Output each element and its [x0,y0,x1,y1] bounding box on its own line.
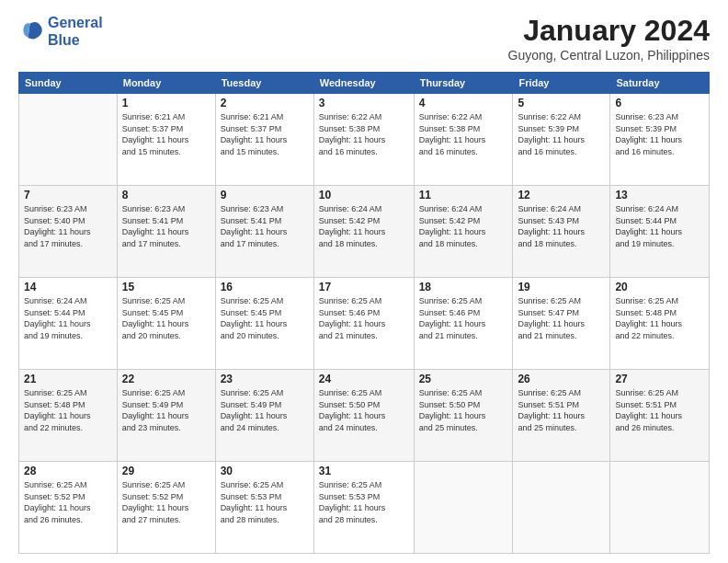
calendar-cell: 29Sunrise: 6:25 AM Sunset: 5:52 PM Dayli… [117,462,215,554]
day-number: 6 [615,97,704,109]
logo-icon [18,18,44,44]
calendar-cell [19,94,118,186]
day-info: Sunrise: 6:22 AM Sunset: 5:38 PM Dayligh… [319,111,409,157]
calendar-cell: 20Sunrise: 6:25 AM Sunset: 5:48 PM Dayli… [610,278,710,370]
day-info: Sunrise: 6:24 AM Sunset: 5:44 PM Dayligh… [615,203,704,249]
calendar-cell: 6Sunrise: 6:23 AM Sunset: 5:39 PM Daylig… [610,94,710,186]
day-number: 9 [221,189,309,201]
calendar-cell: 3Sunrise: 6:22 AM Sunset: 5:38 PM Daylig… [313,94,414,186]
calendar-week-row: 28Sunrise: 6:25 AM Sunset: 5:52 PM Dayli… [19,462,710,554]
col-tuesday: Tuesday [215,73,313,94]
calendar-cell: 17Sunrise: 6:25 AM Sunset: 5:46 PM Dayli… [313,278,414,370]
logo-text: General Blue [48,14,103,49]
calendar-week-row: 21Sunrise: 6:25 AM Sunset: 5:48 PM Dayli… [19,370,710,462]
calendar-cell: 15Sunrise: 6:25 AM Sunset: 5:45 PM Dayli… [117,278,215,370]
day-number: 5 [518,97,605,109]
calendar-header-row: Sunday Monday Tuesday Wednesday Thursday… [19,73,710,94]
day-number: 14 [24,281,112,293]
calendar-cell: 25Sunrise: 6:25 AM Sunset: 5:50 PM Dayli… [414,370,513,462]
calendar-cell: 31Sunrise: 6:25 AM Sunset: 5:53 PM Dayli… [313,462,414,554]
logo: General Blue [18,14,103,49]
day-info: Sunrise: 6:22 AM Sunset: 5:38 PM Dayligh… [419,111,508,157]
day-info: Sunrise: 6:25 AM Sunset: 5:46 PM Dayligh… [319,295,409,341]
day-info: Sunrise: 6:25 AM Sunset: 5:45 PM Dayligh… [221,295,309,341]
day-number: 4 [419,97,508,109]
day-number: 24 [319,373,409,385]
day-info: Sunrise: 6:23 AM Sunset: 5:39 PM Dayligh… [615,111,704,157]
calendar-cell: 7Sunrise: 6:23 AM Sunset: 5:40 PM Daylig… [19,186,118,278]
calendar-week-row: 1Sunrise: 6:21 AM Sunset: 5:37 PM Daylig… [19,94,710,186]
day-info: Sunrise: 6:23 AM Sunset: 5:41 PM Dayligh… [122,203,210,249]
calendar-week-row: 7Sunrise: 6:23 AM Sunset: 5:40 PM Daylig… [19,186,710,278]
day-number: 20 [615,281,704,293]
col-saturday: Saturday [610,73,710,94]
day-info: Sunrise: 6:25 AM Sunset: 5:48 PM Dayligh… [24,387,112,433]
header: General Blue January 2024 Guyong, Centra… [18,14,710,63]
calendar-table: Sunday Monday Tuesday Wednesday Thursday… [18,72,710,554]
day-info: Sunrise: 6:22 AM Sunset: 5:39 PM Dayligh… [518,111,605,157]
calendar-cell: 13Sunrise: 6:24 AM Sunset: 5:44 PM Dayli… [610,186,710,278]
day-number: 23 [221,373,309,385]
calendar-cell: 4Sunrise: 6:22 AM Sunset: 5:38 PM Daylig… [414,94,513,186]
day-info: Sunrise: 6:24 AM Sunset: 5:43 PM Dayligh… [518,203,605,249]
location-title: Guyong, Central Luzon, Philippines [508,48,710,63]
day-info: Sunrise: 6:24 AM Sunset: 5:42 PM Dayligh… [319,203,409,249]
day-info: Sunrise: 6:25 AM Sunset: 5:53 PM Dayligh… [319,479,409,525]
day-info: Sunrise: 6:25 AM Sunset: 5:47 PM Dayligh… [518,295,605,341]
calendar-cell: 24Sunrise: 6:25 AM Sunset: 5:50 PM Dayli… [313,370,414,462]
day-info: Sunrise: 6:25 AM Sunset: 5:49 PM Dayligh… [122,387,210,433]
calendar-cell: 1Sunrise: 6:21 AM Sunset: 5:37 PM Daylig… [117,94,215,186]
day-info: Sunrise: 6:23 AM Sunset: 5:41 PM Dayligh… [221,203,309,249]
calendar-cell: 5Sunrise: 6:22 AM Sunset: 5:39 PM Daylig… [513,94,610,186]
calendar-cell: 19Sunrise: 6:25 AM Sunset: 5:47 PM Dayli… [513,278,610,370]
day-number: 26 [518,373,605,385]
day-info: Sunrise: 6:25 AM Sunset: 5:49 PM Dayligh… [221,387,309,433]
day-number: 18 [419,281,508,293]
day-number: 11 [419,189,508,201]
title-block: January 2024 Guyong, Central Luzon, Phil… [508,14,710,63]
col-friday: Friday [513,73,610,94]
day-info: Sunrise: 6:23 AM Sunset: 5:40 PM Dayligh… [24,203,112,249]
day-number: 17 [319,281,409,293]
day-info: Sunrise: 6:21 AM Sunset: 5:37 PM Dayligh… [122,111,210,157]
day-info: Sunrise: 6:25 AM Sunset: 5:45 PM Dayligh… [122,295,210,341]
calendar-cell: 8Sunrise: 6:23 AM Sunset: 5:41 PM Daylig… [117,186,215,278]
day-number: 16 [221,281,309,293]
day-info: Sunrise: 6:25 AM Sunset: 5:50 PM Dayligh… [319,387,409,433]
calendar-cell: 2Sunrise: 6:21 AM Sunset: 5:37 PM Daylig… [215,94,313,186]
day-info: Sunrise: 6:24 AM Sunset: 5:42 PM Dayligh… [419,203,508,249]
day-info: Sunrise: 6:25 AM Sunset: 5:46 PM Dayligh… [419,295,508,341]
calendar-cell: 9Sunrise: 6:23 AM Sunset: 5:41 PM Daylig… [215,186,313,278]
day-number: 19 [518,281,605,293]
col-wednesday: Wednesday [313,73,414,94]
calendar-cell [414,462,513,554]
day-number: 29 [122,465,210,477]
day-info: Sunrise: 6:25 AM Sunset: 5:52 PM Dayligh… [122,479,210,525]
calendar-cell: 27Sunrise: 6:25 AM Sunset: 5:51 PM Dayli… [610,370,710,462]
calendar-cell: 23Sunrise: 6:25 AM Sunset: 5:49 PM Dayli… [215,370,313,462]
day-info: Sunrise: 6:21 AM Sunset: 5:37 PM Dayligh… [221,111,309,157]
calendar-cell [513,462,610,554]
day-number: 13 [615,189,704,201]
day-number: 12 [518,189,605,201]
day-number: 15 [122,281,210,293]
day-info: Sunrise: 6:25 AM Sunset: 5:50 PM Dayligh… [419,387,508,433]
calendar-cell: 11Sunrise: 6:24 AM Sunset: 5:42 PM Dayli… [414,186,513,278]
col-thursday: Thursday [414,73,513,94]
day-number: 22 [122,373,210,385]
day-number: 28 [24,465,112,477]
day-info: Sunrise: 6:24 AM Sunset: 5:44 PM Dayligh… [24,295,112,341]
calendar-cell: 14Sunrise: 6:24 AM Sunset: 5:44 PM Dayli… [19,278,118,370]
day-number: 10 [319,189,409,201]
calendar-week-row: 14Sunrise: 6:24 AM Sunset: 5:44 PM Dayli… [19,278,710,370]
calendar-cell: 12Sunrise: 6:24 AM Sunset: 5:43 PM Dayli… [513,186,610,278]
day-info: Sunrise: 6:25 AM Sunset: 5:53 PM Dayligh… [221,479,309,525]
day-number: 8 [122,189,210,201]
calendar-cell [610,462,710,554]
calendar-cell: 26Sunrise: 6:25 AM Sunset: 5:51 PM Dayli… [513,370,610,462]
day-number: 2 [221,97,309,109]
day-info: Sunrise: 6:25 AM Sunset: 5:51 PM Dayligh… [518,387,605,433]
day-number: 27 [615,373,704,385]
page: General Blue January 2024 Guyong, Centra… [0,0,728,563]
day-number: 7 [24,189,112,201]
